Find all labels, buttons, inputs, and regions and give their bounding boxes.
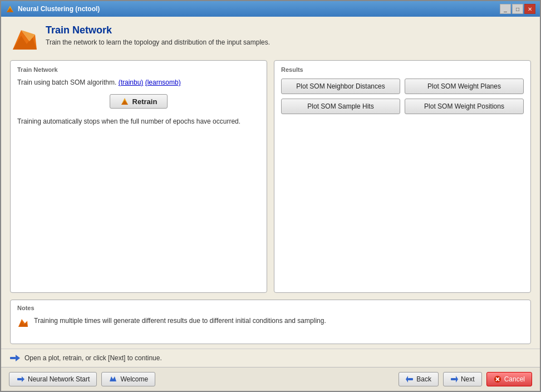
results-buttons: Plot SOM Neighbor Distances Plot SOM Wei… bbox=[281, 79, 524, 114]
next-button[interactable]: Next bbox=[443, 372, 482, 386]
notes-title: Notes bbox=[17, 305, 524, 311]
page-subtitle: Train the network to learn the topology … bbox=[46, 38, 270, 46]
plot-weight-positions-button[interactable]: Plot SOM Weight Positions bbox=[405, 99, 524, 114]
retrain-btn-wrapper: Retrain bbox=[17, 94, 260, 109]
window-controls: _ □ ✕ bbox=[500, 4, 535, 14]
retrain-label: Retrain bbox=[132, 97, 158, 106]
svg-rect-11 bbox=[17, 378, 22, 380]
svg-marker-6 bbox=[121, 100, 128, 105]
footer-bar: Neural Network Start Welcome Back Next bbox=[1, 367, 540, 391]
page-title: Train Network bbox=[46, 24, 270, 36]
app-icon bbox=[6, 4, 14, 13]
results-panel: Results Plot SOM Neighbor Distances Plot… bbox=[274, 60, 531, 293]
main-window: Neural Clustering (nctool) _ □ ✕ Train N… bbox=[0, 0, 541, 392]
notes-icon bbox=[17, 317, 28, 328]
neural-network-start-button[interactable]: Neural Network Start bbox=[9, 372, 97, 386]
svg-marker-17 bbox=[456, 376, 458, 383]
cancel-button[interactable]: Cancel bbox=[486, 372, 532, 386]
header-section: Train Network Train the network to learn… bbox=[10, 24, 531, 52]
title-bar: Neural Clustering (nctool) _ □ ✕ bbox=[1, 1, 540, 17]
train-algo-text: Train using batch SOM algorithm. (trainb… bbox=[17, 79, 260, 86]
retrain-icon bbox=[120, 97, 129, 106]
svg-marker-1 bbox=[7, 8, 13, 12]
retrain-button[interactable]: Retrain bbox=[110, 94, 168, 109]
back-label: Back bbox=[416, 375, 431, 383]
welcome-icon bbox=[109, 375, 117, 383]
train-note: Training automatically stops when the fu… bbox=[17, 116, 260, 126]
results-panel-title: Results bbox=[281, 66, 524, 73]
algo-desc: Train using batch SOM algorithm. bbox=[17, 79, 116, 86]
train-network-panel: Train Network Train using batch SOM algo… bbox=[10, 60, 267, 293]
plot-weight-planes-button[interactable]: Plot SOM Weight Planes bbox=[405, 79, 524, 94]
svg-marker-13 bbox=[110, 376, 116, 381]
minimize-button[interactable]: _ bbox=[500, 4, 511, 14]
close-button[interactable]: ✕ bbox=[524, 4, 535, 14]
status-text: Open a plot, retrain, or click [Next] to… bbox=[24, 354, 532, 362]
welcome-button[interactable]: Welcome bbox=[101, 372, 155, 386]
back-icon bbox=[406, 376, 414, 383]
status-bar: Open a plot, retrain, or click [Next] to… bbox=[1, 349, 540, 367]
welcome-label: Welcome bbox=[120, 375, 148, 383]
svg-rect-9 bbox=[10, 357, 16, 359]
train-panel-title: Train Network bbox=[17, 66, 260, 73]
status-arrow-icon bbox=[9, 352, 20, 364]
trainbu-link[interactable]: (trainbu) bbox=[119, 79, 144, 86]
start-icon bbox=[16, 375, 25, 383]
cancel-label: Cancel bbox=[504, 375, 525, 383]
notes-section: Notes Training multiple times will gener… bbox=[10, 300, 531, 344]
svg-rect-16 bbox=[451, 378, 456, 380]
plot-sample-hits-button[interactable]: Plot SOM Sample Hits bbox=[281, 99, 400, 114]
matlab-logo bbox=[10, 24, 38, 52]
next-icon bbox=[450, 376, 458, 383]
panels-row: Train Network Train using batch SOM algo… bbox=[10, 60, 531, 293]
notes-content: Training multiple times will generate di… bbox=[17, 316, 524, 328]
window-title: Neural Clustering (nctool) bbox=[18, 5, 496, 13]
svg-marker-15 bbox=[406, 376, 408, 383]
cancel-icon bbox=[494, 375, 501, 383]
start-label: Neural Network Start bbox=[28, 375, 90, 383]
content-area: Train Network Train the network to learn… bbox=[1, 17, 540, 349]
notes-text: Training multiple times will generate di… bbox=[34, 316, 326, 326]
svg-marker-12 bbox=[22, 376, 24, 382]
svg-marker-10 bbox=[16, 355, 20, 361]
header-text: Train Network Train the network to learn… bbox=[46, 24, 270, 46]
back-button[interactable]: Back bbox=[399, 372, 439, 386]
maximize-button[interactable]: □ bbox=[512, 4, 523, 14]
svg-rect-14 bbox=[408, 378, 413, 380]
next-label: Next bbox=[461, 375, 475, 383]
learnsomb-link[interactable]: (learnsomb) bbox=[145, 79, 181, 86]
plot-neighbor-distances-button[interactable]: Plot SOM Neighbor Distances bbox=[281, 79, 400, 94]
